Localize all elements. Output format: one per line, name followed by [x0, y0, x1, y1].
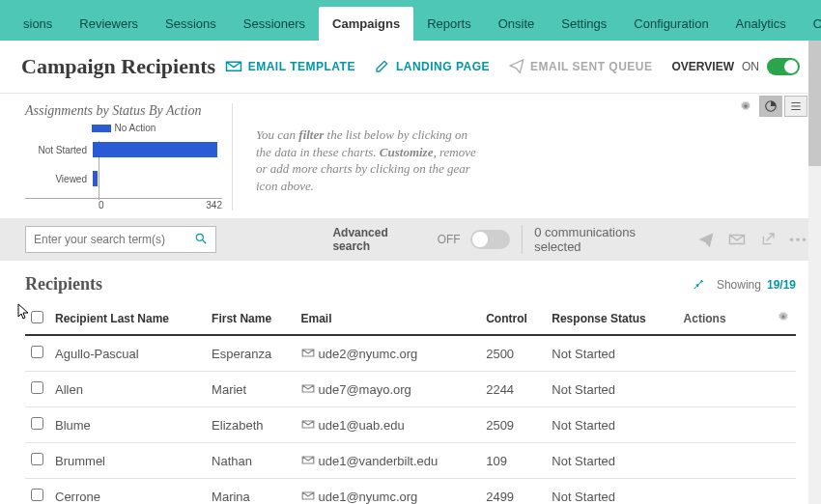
overview-state: ON	[742, 60, 759, 73]
nav-tab[interactable]: Reports	[413, 7, 485, 41]
nav-tab-campaigns[interactable]: Campaigns	[319, 7, 413, 41]
cell-actions	[678, 443, 765, 479]
table-row[interactable]: Agullo-PascualEsperanzaude2@nyumc.org250…	[25, 335, 796, 372]
help-text: You can	[256, 127, 298, 142]
advanced-search-label: Advanced search	[332, 226, 427, 253]
cell-email[interactable]: ude2@nyumc.org	[296, 335, 481, 372]
nav-tab[interactable]: Configuration	[620, 7, 722, 41]
help-text-bold: filter	[298, 127, 324, 142]
svg-point-1	[197, 234, 204, 240]
envelope-icon	[301, 418, 315, 433]
scrollbar[interactable]	[808, 41, 821, 504]
advanced-search-group: Advanced search OFF	[332, 226, 510, 253]
table-header-row: Recipient Last Name First Name Email Con…	[25, 302, 796, 335]
overview-toggle[interactable]	[767, 58, 800, 75]
search-icon[interactable]	[194, 232, 208, 248]
send-icon[interactable]	[697, 231, 715, 248]
email-sent-queue-link[interactable]: EMAIL SENT QUEUE	[509, 58, 652, 76]
scrollbar-thumb[interactable]	[808, 41, 821, 166]
pin-icon[interactable]	[692, 276, 705, 293]
envelope-icon	[301, 347, 315, 361]
row-checkbox[interactable]	[31, 346, 43, 358]
row-checkbox[interactable]	[31, 381, 43, 394]
nav-tab[interactable]: sions	[10, 7, 66, 41]
cell-first-name: Esperanza	[206, 335, 295, 372]
nav-tab[interactable]: Settings	[548, 7, 620, 41]
pencil-icon	[375, 58, 390, 76]
cell-last-name: Cerrone	[49, 479, 206, 505]
table-row[interactable]: AllenMarietude7@mayo.org2244Not Started	[25, 372, 796, 407]
page-title: Campaign Recipients	[21, 54, 215, 79]
external-link-icon[interactable]	[759, 231, 777, 248]
more-icon[interactable]: •••	[790, 231, 807, 248]
cell-response: Not Started	[546, 443, 677, 479]
cell-email[interactable]: ude7@mayo.org	[296, 372, 481, 407]
axis-max: 342	[206, 200, 222, 210]
search-input[interactable]	[34, 233, 194, 246]
cell-control: 2509	[480, 407, 546, 443]
advanced-search-toggle[interactable]	[470, 230, 511, 249]
filter-bar: Advanced search OFF 0 communications sel…	[0, 218, 821, 261]
bar-fill[interactable]	[93, 171, 98, 186]
envelope-icon[interactable]	[728, 231, 746, 248]
cell-control: 2244	[480, 372, 546, 407]
col-first-name[interactable]: First Name	[206, 302, 295, 335]
showing-number: 19/19	[767, 278, 796, 292]
col-last-name[interactable]: Recipient Last Name	[49, 302, 206, 335]
search-box[interactable]	[25, 226, 216, 253]
cell-email[interactable]: ude1@vanderbilt.edu	[296, 443, 481, 479]
nav-tab[interactable]: Sessions	[152, 7, 230, 41]
assignments-chart[interactable]: Assignments by Status By Action No Actio…	[25, 103, 233, 210]
list-icon[interactable]	[784, 96, 807, 117]
link-label: EMAIL SENT QUEUE	[530, 60, 652, 73]
cell-email[interactable]: ude1@uab.edu	[296, 407, 481, 443]
envelope-icon	[301, 454, 315, 468]
legend-swatch	[92, 125, 111, 132]
nav-tab[interactable]: Operation	[800, 7, 821, 41]
col-control[interactable]: Control	[480, 302, 546, 335]
recipients-table: Recipient Last Name First Name Email Con…	[25, 302, 796, 504]
cell-response: Not Started	[546, 335, 677, 372]
email-template-link[interactable]: EMAIL TEMPLATE	[225, 59, 355, 75]
table-row[interactable]: CerroneMarinaude1@nyumc.org2499Not Start…	[25, 479, 796, 505]
cell-email[interactable]: ude1@nyumc.org	[296, 479, 481, 505]
nav-tab[interactable]: Onsite	[485, 7, 549, 41]
chart-tools	[734, 96, 807, 117]
table-row[interactable]: BrummelNathanude1@vanderbilt.edu109Not S…	[25, 443, 796, 479]
col-email[interactable]: Email	[296, 302, 481, 335]
subheader-actions: EMAIL TEMPLATE LANDING PAGE EMAIL SENT Q…	[225, 58, 800, 76]
landing-page-link[interactable]: LANDING PAGE	[375, 58, 490, 76]
row-checkbox[interactable]	[31, 453, 43, 465]
envelope-icon	[301, 382, 315, 397]
table-settings-icon[interactable]	[777, 313, 790, 326]
row-checkbox[interactable]	[31, 489, 43, 501]
selection-count: 0 communications selected	[534, 225, 684, 254]
link-label: EMAIL TEMPLATE	[248, 60, 355, 73]
nav-tab[interactable]: Analytics	[722, 7, 800, 41]
pie-chart-icon[interactable]	[759, 96, 782, 117]
table-row[interactable]: BlumeElizabethude1@uab.edu2509Not Starte…	[25, 407, 796, 443]
cell-first-name: Nathan	[206, 443, 295, 479]
envelope-icon	[301, 490, 315, 504]
gear-icon[interactable]	[734, 96, 757, 117]
cell-actions	[678, 372, 765, 407]
row-checkbox[interactable]	[31, 417, 43, 430]
bar-fill[interactable]	[93, 142, 217, 157]
link-label: LANDING PAGE	[396, 60, 490, 73]
cell-last-name: Agullo-Pascual	[49, 335, 206, 372]
col-response-status[interactable]: Response Status	[546, 302, 677, 335]
nav-tab[interactable]: Reviewers	[66, 7, 152, 41]
cell-response: Not Started	[546, 407, 677, 443]
showing-count: Showing 19/19	[692, 276, 796, 293]
select-all-checkbox[interactable]	[31, 311, 43, 323]
col-actions: Actions	[678, 302, 765, 335]
cell-first-name: Marina	[206, 479, 295, 505]
cell-actions	[678, 335, 765, 372]
help-text-bold: Customize	[380, 145, 434, 159]
nav-tab[interactable]: Sessioners	[230, 7, 319, 41]
cell-response: Not Started	[546, 479, 677, 505]
overview-label: OVERVIEW	[672, 60, 734, 73]
legend-label: No Action	[115, 123, 156, 133]
cell-last-name: Brummel	[49, 443, 206, 479]
advanced-search-state: OFF	[438, 233, 461, 246]
